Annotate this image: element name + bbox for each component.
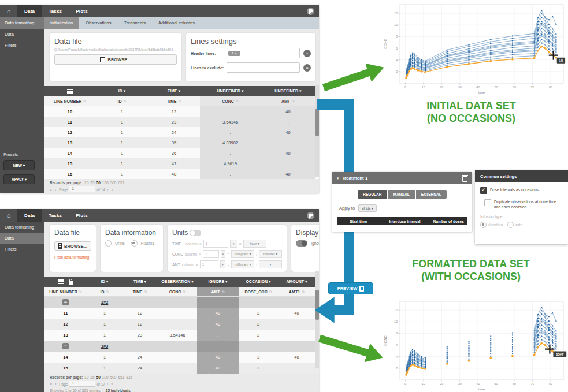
header-lines-tag[interactable]: 1 × (228, 51, 240, 56)
records-option[interactable]: 10 (84, 181, 88, 185)
unit-factor-input[interactable]: 1 (203, 250, 219, 258)
sidebar-item-filters[interactable]: Filters (0, 40, 44, 51)
menu-item-data[interactable]: Data (17, 209, 42, 222)
plasma-radio[interactable] (131, 240, 138, 247)
unit-denominator-select[interactable]: milliliter ▾ (259, 250, 282, 258)
lines-to-exclude-input[interactable] (227, 62, 300, 73)
dose-intervals-checkbox[interactable] (480, 187, 487, 194)
unit-denominator-select[interactable]: ▾ (259, 260, 282, 268)
unit-factor-input[interactable]: 1 (203, 240, 228, 248)
menu-item-plots[interactable]: Plots (69, 5, 95, 17)
next-page-icon[interactable]: › (107, 382, 108, 386)
unit-prefix-select[interactable]: ▾ (230, 240, 237, 248)
first-page-icon[interactable]: « (50, 188, 52, 192)
scrollbar-track[interactable] (315, 271, 319, 368)
column-type-header[interactable]: ID ▾ (87, 279, 122, 284)
sidebar-item-filters[interactable]: Filters (0, 244, 44, 255)
records-option[interactable]: 100 (102, 375, 109, 379)
tab-initialization[interactable]: Initialization (44, 17, 79, 29)
tab-additional-columns[interactable]: Additional columns (152, 17, 201, 29)
display-ignored-toggle[interactable] (296, 240, 307, 247)
last-page-icon[interactable]: » (111, 188, 113, 192)
column-type-header[interactable]: OBSERVATION ▾ (158, 279, 197, 284)
mode-regular-button[interactable]: REGULAR (358, 190, 387, 199)
unit-select[interactable]: hour ▾ (243, 240, 266, 248)
units-toggle[interactable] (190, 230, 201, 236)
first-page-icon[interactable]: « (50, 382, 52, 386)
column-type-header[interactable]: IGNORE ▾ (197, 279, 239, 284)
column-type-header[interactable]: TIME ▾ (148, 89, 200, 94)
collapse-group-button[interactable]: − (62, 343, 69, 349)
column-header[interactable]: ID% (96, 96, 148, 106)
column-header[interactable]: TIME% (148, 96, 200, 106)
sidebar-item-data[interactable]: Data (0, 29, 44, 40)
tab-observations[interactable]: Observations (79, 17, 117, 29)
next-page-icon[interactable]: › (107, 188, 108, 192)
records-option[interactable]: 50 (96, 181, 101, 185)
column-type-header[interactable]: TIME ▾ (122, 279, 158, 284)
mode-external-button[interactable]: EXTERNAL (416, 190, 447, 199)
feedback-bubble-icon[interactable] (307, 212, 314, 219)
sidebar-item-data[interactable]: Data (0, 233, 44, 244)
tab-treatments[interactable]: Treatments (117, 17, 152, 29)
column-type-header[interactable]: OCCASION ▾ (239, 279, 278, 284)
records-option[interactable]: 50 (96, 375, 101, 379)
column-header[interactable]: LINE NUMBER% (44, 287, 87, 296)
new-preset-button[interactable]: NEW + (3, 160, 35, 170)
column-header[interactable]: ID% (87, 287, 122, 296)
prev-page-icon[interactable]: ‹ (55, 188, 56, 192)
page-input[interactable]: 1 (69, 186, 95, 192)
unit-select[interactable]: milligram ▾ (231, 260, 254, 268)
menu-item-plots[interactable]: Plots (69, 209, 95, 222)
from-data-formatting-link[interactable]: From data formatting (54, 255, 91, 259)
records-option[interactable]: 651 (118, 181, 125, 185)
column-header[interactable]: AMT% (197, 287, 239, 296)
menu-item-tasks[interactable]: Tasks (42, 209, 69, 222)
records-option[interactable]: 100 (102, 181, 109, 185)
page-input[interactable]: 1 (69, 381, 95, 387)
column-type-header[interactable]: UNDEFINED ▾ (200, 89, 261, 94)
column-header[interactable]: TIME% (122, 287, 158, 296)
duplicate-observations-checkbox[interactable] (484, 199, 491, 206)
columns-menu-icon[interactable] (67, 89, 73, 94)
treatment-panel-header[interactable]: ▾ Treatment 1 (332, 172, 472, 184)
columns-menu-icon[interactable] (58, 279, 64, 284)
sidebar-item-data-formatting[interactable]: Data formatting (0, 17, 44, 29)
column-header[interactable]: CONC% (158, 287, 197, 296)
records-option[interactable]: 10 (84, 375, 88, 379)
records-option[interactable]: 651 (118, 375, 125, 379)
prev-page-icon[interactable]: ‹ (55, 382, 56, 386)
clear-header-lines-button[interactable]: × (303, 50, 311, 57)
menu-item-data[interactable]: Data (17, 5, 42, 17)
unit-prefix-select[interactable]: ▾ (220, 260, 226, 268)
column-type-header[interactable]: AMOUNT ▾ (278, 279, 315, 284)
column-header[interactable]: CONC% (200, 96, 261, 106)
infusion-duration-radio[interactable] (480, 222, 487, 228)
column-type-header[interactable]: UNDEFINED ▾ (261, 89, 315, 94)
column-header[interactable]: LINE NUMBER% (44, 96, 96, 106)
unit-factor-input[interactable]: 1 (200, 260, 218, 268)
header-lines-input[interactable]: 1 × (227, 48, 300, 58)
apply-preset-button[interactable]: APPLY ▾ (3, 174, 35, 184)
clear-lines-to-exclude-button[interactable]: × (303, 64, 311, 72)
browse-button[interactable]: BROWSE... (54, 241, 91, 251)
feedback-bubble-icon[interactable] (307, 8, 314, 15)
unit-select[interactable]: milligram ▾ (231, 250, 254, 258)
apply-to-select[interactable]: all ids ▾ (358, 204, 377, 212)
mode-manual-button[interactable]: MANUAL (388, 190, 414, 199)
column-type-header[interactable]: ID ▾ (96, 89, 148, 94)
lock-icon[interactable] (69, 281, 73, 285)
column-header[interactable]: AMT% (261, 96, 315, 106)
trash-icon[interactable] (462, 175, 467, 181)
sidebar-item-data-formatting[interactable]: Data formatting (0, 222, 44, 233)
records-option[interactable]: 500 (110, 181, 117, 185)
browse-button[interactable]: BROWSE... (54, 54, 177, 65)
records-option[interactable]: 25 (90, 181, 94, 185)
home-icon[interactable]: ⌂ (0, 5, 17, 17)
unit-prefix-select[interactable]: ▾ (221, 250, 226, 258)
records-option[interactable]: 25 (90, 375, 94, 379)
preview-button[interactable]: PREVIEW (328, 282, 373, 294)
collapse-group-button[interactable]: − (62, 299, 69, 305)
scrollbar-thumb[interactable] (315, 290, 319, 320)
last-page-icon[interactable]: » (111, 382, 113, 386)
